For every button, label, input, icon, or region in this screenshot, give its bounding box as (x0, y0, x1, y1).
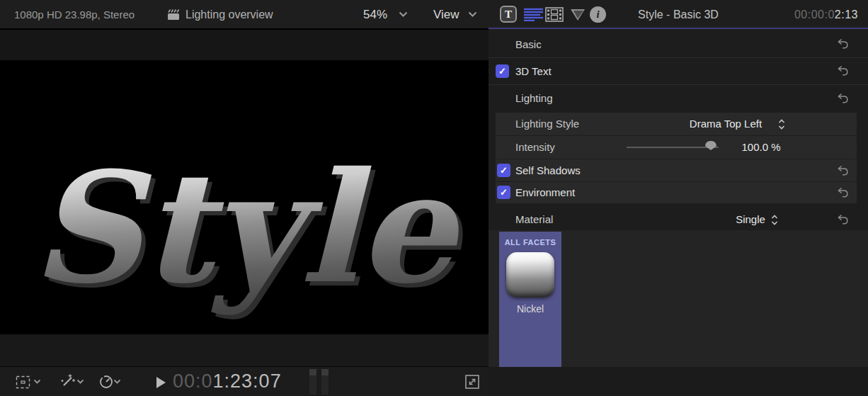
material-name-label: Nickel (499, 303, 561, 315)
viewer-letterbox-top (0, 30, 489, 60)
info-inspector-tab[interactable]: i (590, 6, 606, 23)
param-row-intensity: Intensity 100.0 % (496, 136, 857, 159)
inspector-header: T (489, 0, 868, 29)
project-name: Lighting overview (185, 0, 273, 29)
popup-updown-icon[interactable] (777, 119, 786, 130)
generator-inspector-tab[interactable] (569, 8, 586, 22)
transform-tool-icon[interactable] (16, 375, 30, 389)
viewer-letterbox-bottom (0, 334, 489, 366)
play-button[interactable] (156, 377, 166, 388)
inspector-bottom-strip (489, 367, 868, 396)
fullscreen-expand-icon[interactable] (464, 374, 480, 390)
title-inspector-tab[interactable] (524, 8, 544, 21)
param-row-3d-text: ✓ 3D Text (489, 58, 868, 84)
inspector-timecode: 00:00:02:13 (794, 0, 858, 29)
format-info: 1080p HD 23.98p, Stereo (14, 0, 135, 29)
self-shadows-checkbox[interactable]: ✓ (497, 164, 510, 177)
lighting-style-popup[interactable]: Drama Top Left (676, 113, 775, 135)
intensity-slider-track[interactable] (627, 147, 719, 148)
material-section-label: Material (515, 209, 553, 230)
intensity-label: Intensity (515, 136, 555, 159)
lighting-params-group: Lighting Style Drama Top Left Intensity … (496, 113, 857, 203)
intensity-slider-thumb[interactable] (705, 141, 716, 150)
reset-icon[interactable] (837, 38, 849, 50)
inspector-pane: T (489, 0, 868, 396)
environment-checkbox[interactable]: ✓ (497, 186, 510, 199)
timecode-dim-digits: 00:0 (173, 370, 213, 392)
viewer-toolbar: 1080p HD 23.98p, Stereo Lighting overvie… (0, 0, 489, 29)
retime-icon[interactable] (99, 375, 113, 389)
chevron-down-icon[interactable] (113, 379, 121, 385)
param-row-environment: ✓ Environment (496, 182, 857, 203)
text-inspector-tab[interactable]: T (500, 6, 517, 23)
intensity-value: 100.0 (741, 141, 768, 153)
section-row-lighting: Lighting (489, 85, 868, 112)
view-menu-button[interactable]: View (433, 0, 459, 29)
lighting-style-label: Lighting Style (515, 113, 579, 135)
environment-label: Environment (515, 182, 575, 203)
material-thumbnail[interactable] (506, 252, 554, 298)
chevron-down-icon[interactable] (33, 379, 41, 385)
reset-icon[interactable] (837, 93, 849, 104)
material-facets-label: ALL FACETS (499, 238, 561, 247)
zoom-level-dropdown[interactable]: 54% (363, 0, 387, 29)
intensity-unit: % (771, 141, 780, 153)
material-mode-popup[interactable]: Single (708, 209, 793, 230)
audio-meter-left (309, 369, 316, 395)
inspector-timecode-dim: 00:00:0 (794, 9, 835, 21)
chevron-down-icon[interactable] (76, 379, 84, 385)
enhancements-wand-icon[interactable] (59, 373, 76, 390)
chevron-down-icon[interactable] (399, 11, 408, 18)
viewer-pane: 1080p HD 23.98p, Stereo Lighting overvie… (0, 0, 489, 396)
3d-text-checkbox[interactable]: ✓ (496, 64, 509, 78)
3d-text-label: 3D Text (515, 58, 552, 84)
video-inspector-tab[interactable] (545, 7, 564, 22)
reset-icon[interactable] (837, 65, 849, 77)
basic-section-label: Basic (515, 31, 542, 57)
material-tile-selected[interactable]: ALL FACETS Nickel (499, 232, 561, 367)
audio-meter-right (321, 369, 329, 395)
timecode-bright-digits: 1:23:07 (213, 370, 282, 392)
playhead-timecode[interactable]: 00:01:23:07 (173, 370, 282, 392)
section-row-basic: Basic (489, 31, 868, 57)
viewer-canvas[interactable]: Style Style (0, 60, 489, 334)
material-tray: ALL FACETS Nickel (489, 230, 868, 367)
clapperboard-icon (167, 9, 180, 21)
lighting-section-label: Lighting (515, 85, 553, 112)
inspector-title: Style - Basic 3D (607, 0, 749, 29)
chevron-down-icon[interactable] (468, 11, 477, 18)
param-row-lighting-style: Lighting Style Drama Top Left (496, 113, 857, 135)
self-shadows-label: Self Shadows (515, 159, 581, 182)
app-window: 1080p HD 23.98p, Stereo Lighting overvie… (0, 0, 868, 396)
popup-updown-icon[interactable] (770, 215, 779, 225)
reset-icon[interactable] (837, 187, 849, 198)
intensity-value-field[interactable]: 100.0 % (729, 136, 793, 159)
inspector-timecode-bright: 2:13 (835, 9, 858, 21)
reset-icon[interactable] (837, 165, 849, 176)
reset-icon[interactable] (837, 214, 849, 225)
3d-text-render: Style Style (0, 60, 489, 334)
transport-bar: 00:01:23:07 (0, 366, 489, 396)
section-row-material: Material Single (489, 209, 868, 230)
param-row-self-shadows: ✓ Self Shadows (496, 159, 857, 182)
3d-text-face: Style (31, 138, 462, 317)
